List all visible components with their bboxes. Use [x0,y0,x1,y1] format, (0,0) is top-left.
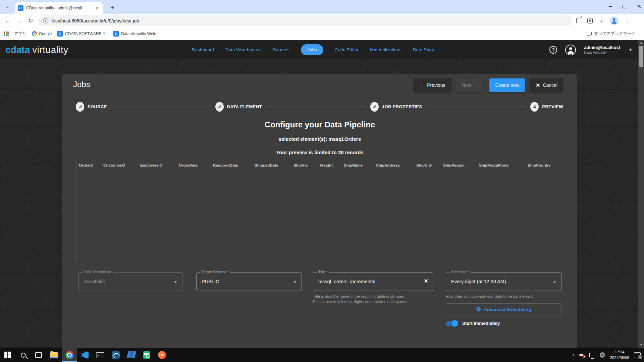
bookmark-apps[interactable]: アプリ [14,31,26,37]
main-navigation: Dashboard Data Warehouses Sources Jobs C… [192,40,434,59]
bookmark-data-virtuality[interactable]: CData Virtuality Welc... [113,31,159,37]
next-button[interactable]: Next→ [456,78,485,92]
column-header: ShipRegion [441,161,477,169]
nav-data-shop[interactable]: Data Shop [413,47,434,52]
nav-materializations[interactable]: Materializations [370,47,401,52]
system-tray: ∧ ✕ ✕ 17:34 2024/08/06 1 [572,348,644,362]
user-info[interactable]: admin@localhost Data Virtuality [584,45,620,55]
scrollbar-thumb[interactable] [639,46,643,67]
chrome-icon [65,351,73,359]
taskbar-search[interactable] [15,348,31,362]
chevron-down-icon[interactable]: ▼ [628,47,633,52]
pgadmin-taskbar-item[interactable] [108,348,123,362]
layers-app-taskbar-item[interactable] [123,348,139,362]
window-close-icon[interactable]: ✕ [637,3,641,9]
title-helper-text: Title is also the name of the resulting … [313,294,414,304]
title-input[interactable]: Title * mssql_orders_incremental ✕ [313,272,433,291]
bookmark-label: CDATA SOFTWARE J... [65,32,108,36]
back-icon[interactable]: ← [2,15,13,26]
all-bookmarks-label: すべてのブックマーク [594,31,635,37]
bookmark-cdata-software[interactable]: CCDATA SOFTWARE J... [57,31,108,37]
step-connector [112,107,210,107]
status-x-icon[interactable]: ✕ [600,352,605,358]
create-label: Create now [495,82,519,88]
column-header: ShippedDate [252,161,291,169]
step-job-properties[interactable]: ✎ JOB PROPERTIES [370,102,422,112]
column-header: EmployeeID [138,161,176,169]
start-button[interactable] [0,348,15,362]
folder-icon [587,32,592,36]
target-schema-select[interactable]: Target Schema * PUBLIC ▼ [196,272,302,291]
nav-sources[interactable]: Sources [273,47,290,52]
all-bookmarks[interactable]: すべてのブックマーク [582,30,635,38]
bookmark-label: アプリ [14,31,26,37]
user-org: Data Virtuality [584,50,620,55]
tab-search-chevron-icon[interactable]: ⌄ [3,3,12,11]
app-header: cdata virtuality Dashboard Data Warehous… [0,40,644,59]
site-info-icon[interactable]: i [43,18,48,23]
new-tab-button[interactable]: + [108,3,117,12]
logo-product: virtuality [32,45,68,55]
clock-date: 2024/08/06 [610,355,629,361]
translate-icon[interactable]: A [587,18,593,23]
column-header: ShipVia [291,161,317,169]
advanced-scheduling-button[interactable]: ⚙ Advanced Scheduling [446,303,561,315]
caret-down-icon: ▼ [293,280,297,284]
network-icon[interactable] [589,353,595,357]
apps-grid-icon[interactable] [4,32,9,36]
schedule-select[interactable]: Schedule * Every night (at 12:00 AM) ▼ [446,272,561,291]
browser-tabstrip: ⌄ C CData Virtuality - admin@locall ✕ + … [0,0,644,14]
menu-dots-icon[interactable]: ⋮ [625,18,630,24]
cancel-button[interactable]: ✕Cancel [530,78,563,92]
nav-data-warehouses[interactable]: Data Warehouses [225,47,262,52]
file-explorer[interactable] [46,348,62,362]
step-source[interactable]: ✎ SOURCE [76,102,107,112]
window-restore-icon[interactable] [623,5,626,8]
previous-label: Previous [427,82,445,88]
taskbar-clock[interactable]: 17:34 2024/08/06 [610,349,629,360]
scroll-up-icon[interactable]: ▲ [638,40,644,46]
step-data-element[interactable]: ✎ DATA ELEMENT [215,102,262,112]
bookmark-google[interactable]: GGoogle [32,31,52,36]
file-explorer-icon [50,352,58,358]
app-logo[interactable]: cdata virtuality [5,45,68,55]
tab-close-icon[interactable]: ✕ [94,5,100,11]
nav-dashboard[interactable]: Dashboard [192,47,214,52]
step-label: PREVIEW [542,104,563,109]
page-background: Jobs ←Previous Next→ Create now ✕Cancel … [0,59,644,348]
address-bar[interactable]: i localhost:8080/account/#/u/0/jobs/new-… [38,15,572,26]
log-viewer-taskbar-item[interactable] [139,348,154,362]
user-avatar-icon[interactable] [565,45,576,55]
field-value: PUBLIC [202,273,219,291]
create-now-button[interactable]: Create now [489,78,525,92]
vscode-taskbar-item[interactable] [77,348,93,362]
terminal-taskbar-item[interactable]: >_ [93,348,108,362]
pen-app-taskbar-item[interactable]: ✎ [154,348,170,362]
page-scrollbar[interactable]: ▲ ▼ [638,40,644,348]
window-minimize-icon[interactable]: – [609,3,612,9]
data-warehouse-select[interactable]: Data Warehouse snowflake ▼ [78,272,182,291]
forward-icon[interactable]: → [13,15,25,26]
url-text[interactable]: localhost:8080/account/#/u/0/jobs/new-jo… [52,18,139,23]
bookmark-star-icon[interactable]: ☆ [599,17,604,24]
user-name: admin@localhost [584,45,620,50]
browser-tab[interactable]: C CData Virtuality - admin@locall ✕ [15,2,103,14]
speaker-muted-icon[interactable]: ✕ [579,353,585,357]
reload-icon[interactable]: ↻ [25,15,36,26]
notification-center-icon[interactable]: 1 [634,352,641,358]
clear-x-icon[interactable]: ✕ [424,278,428,284]
share-icon[interactable] [576,18,581,23]
previous-button[interactable]: ←Previous [414,78,451,92]
nav-code-editor[interactable]: Code Editor [335,47,359,52]
step-label: SOURCE [88,104,107,109]
task-view[interactable] [31,348,46,362]
chrome-taskbar-item[interactable] [62,348,77,362]
step-preview[interactable]: 4 PREVIEW [530,102,563,112]
profile-avatar-icon[interactable] [610,16,619,25]
help-icon[interactable]: ? [549,46,557,54]
scroll-down-icon[interactable]: ▼ [638,343,644,348]
tray-chevron-up-icon[interactable]: ∧ [572,353,575,357]
start-immediately-toggle[interactable] [446,321,457,326]
window-controls: – ✕ [609,0,641,13]
nav-jobs[interactable]: Jobs [301,44,323,55]
